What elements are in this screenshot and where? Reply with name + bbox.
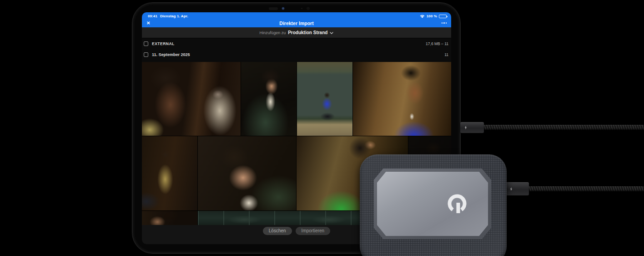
- photo-thumbnail-3[interactable]: [297, 62, 352, 136]
- date-label: 11. September 2025: [152, 52, 190, 57]
- connector-logo-icon: [510, 187, 513, 191]
- ssd-cable: [528, 186, 644, 191]
- scene: 09:41 Dienstag 1. Apr. 100 % ✕: [0, 0, 644, 256]
- camera-lens-icon: [282, 7, 284, 10]
- status-time: 09:41: [148, 14, 157, 18]
- date-count: 11: [444, 52, 448, 57]
- g-drive-logo-icon: [446, 193, 468, 215]
- page-title: Direkter Import: [142, 20, 451, 26]
- delete-button[interactable]: Löschen: [263, 227, 292, 235]
- photo-thumbnail-4[interactable]: [353, 62, 451, 136]
- title-bar: ✕ Direkter Import: [142, 19, 451, 27]
- battery-percent: 100 %: [427, 14, 437, 18]
- status-date: Dienstag 1. Apr.: [160, 14, 188, 18]
- chevron-down-icon: [330, 31, 333, 34]
- photo-thumbnail-9[interactable]: [142, 211, 197, 225]
- collection-selector[interactable]: Produktion Strand: [288, 30, 327, 35]
- wifi-icon: [420, 15, 425, 18]
- battery-icon: [439, 15, 447, 18]
- source-row-external[interactable]: EXTERNAL 17,6 MB – 11: [142, 38, 451, 49]
- camera-sensor-pill: [269, 7, 278, 10]
- photo-thumbnail-5[interactable]: [142, 136, 197, 210]
- camera-ring: [307, 7, 310, 10]
- source-row-date[interactable]: 11. September 2025 11: [142, 49, 451, 60]
- ssd-metal-plate: [377, 172, 488, 236]
- app-header: 09:41 Dienstag 1. Apr. 100 % ✕: [142, 12, 451, 27]
- status-bar: 09:41 Dienstag 1. Apr. 100 %: [142, 12, 451, 19]
- external-ssd-drive: [360, 154, 507, 256]
- source-size-count: 17,6 MB – 11: [426, 41, 448, 46]
- source-label: EXTERNAL: [152, 41, 175, 46]
- add-to-label: Hinzufügen zu: [260, 31, 286, 35]
- connector-logo-icon: [464, 126, 467, 129]
- tablet-cable-connector: [460, 122, 484, 133]
- external-checkbox[interactable]: [144, 41, 148, 46]
- photo-thumbnail-2[interactable]: [241, 62, 297, 136]
- ssd-cable-connector: [506, 182, 529, 195]
- add-to-collection-bar[interactable]: Hinzufügen zu Produktion Strand: [142, 27, 451, 38]
- photo-thumbnail-1[interactable]: [142, 62, 241, 136]
- photo-thumbnail-6[interactable]: [198, 136, 296, 210]
- tablet-cable: [483, 125, 644, 130]
- import-button[interactable]: Importieren: [296, 227, 331, 235]
- front-camera-cluster: [269, 7, 310, 10]
- date-checkbox[interactable]: [144, 52, 148, 57]
- camera-mic-dot: [301, 8, 302, 9]
